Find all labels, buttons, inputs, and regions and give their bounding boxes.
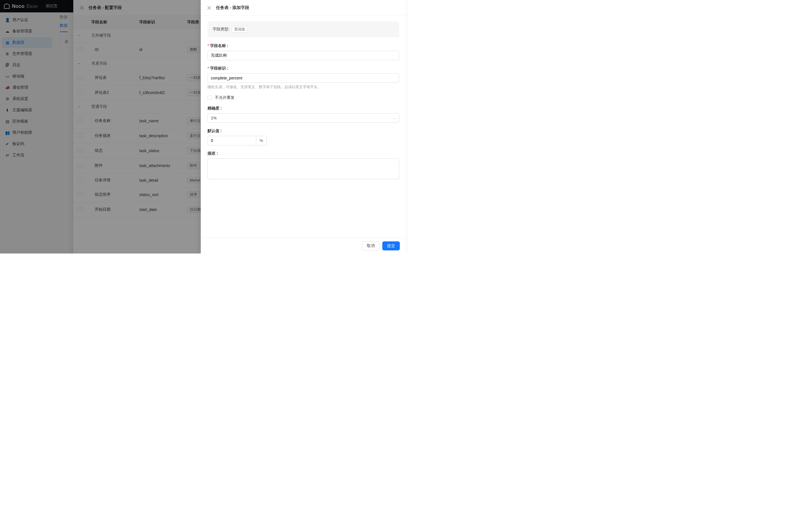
label-key: 字段标识 [207, 66, 399, 71]
input-key[interactable] [207, 73, 399, 83]
label-default: 默认值 [207, 128, 399, 133]
label-name: 字段名称 [207, 43, 399, 48]
chevron-down-icon: ⌄ [393, 116, 396, 120]
field-type-label: 字段类型: [213, 27, 230, 32]
drawer-add-field: 任务表 - 添加字段 字段类型: 百分比 字段名称 字段标识 随机生成，可修改。… [201, 0, 406, 253]
default-input-group: % [207, 136, 267, 145]
input-name[interactable] [207, 51, 399, 60]
form-row-name: 字段名称 [207, 43, 399, 60]
cancel-button[interactable]: 取消 [362, 241, 379, 250]
close-icon[interactable] [207, 6, 211, 10]
drawer2-title: 任务表 - 添加字段 [216, 5, 249, 10]
textarea-desc[interactable] [207, 158, 399, 179]
field-type-value[interactable]: 百分比 [232, 26, 248, 33]
form-row-default: 默认值 % [207, 128, 399, 145]
select-precision[interactable]: 1% ⌄ [207, 113, 399, 123]
form-row-key: 字段标识 随机生成，可修改。支持英文、数字和下划线，必须以英文字母开头。 [207, 66, 399, 90]
select-value: 1% [211, 116, 216, 120]
input-default[interactable] [207, 136, 256, 145]
addon-percent: % [256, 136, 267, 145]
checkbox-unique[interactable] [207, 96, 212, 100]
label-unique: 不允许重复 [215, 95, 235, 100]
form-row-precision: 精确度 1% ⌄ [207, 106, 399, 123]
field-type-box: 字段类型: 百分比 [207, 21, 399, 37]
hint-key: 随机生成，可修改。支持英文、数字和下划线，必须以英文字母开头。 [207, 84, 399, 90]
form-row-desc: 描述 [207, 151, 399, 180]
label-precision: 精确度 [207, 106, 399, 111]
label-desc: 描述 [207, 151, 399, 156]
drawer2-body: 字段类型: 百分比 字段名称 字段标识 随机生成，可修改。支持英文、数字和下划线… [201, 16, 406, 238]
submit-button[interactable]: 提交 [382, 241, 400, 250]
drawer2-footer: 取消 提交 [201, 238, 406, 253]
form-row-unique[interactable]: 不允许重复 [207, 95, 399, 100]
drawer2-header: 任务表 - 添加字段 [201, 0, 406, 16]
